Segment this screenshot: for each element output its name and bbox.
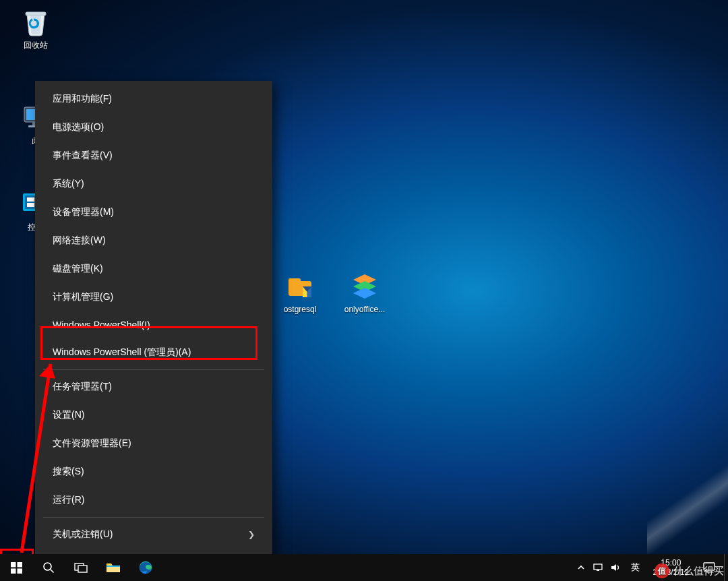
menu-network-connections[interactable]: 网络连接(W) — [35, 226, 272, 255]
svg-line-19 — [51, 570, 54, 573]
tray-chevron-up-icon[interactable] — [576, 562, 586, 573]
taskbar: 英 15:00 2023/2/12 — [0, 554, 728, 581]
svg-rect-0 — [26, 12, 46, 16]
menu-system[interactable]: 系统(Y) — [35, 170, 272, 198]
menu-power-options[interactable]: 电源选项(O) — [35, 113, 272, 142]
menu-separator — [43, 517, 264, 518]
menu-separator — [43, 369, 264, 370]
volume-icon[interactable] — [611, 562, 621, 573]
menu-powershell[interactable]: Windows PowerShell(I) — [35, 311, 272, 338]
search-icon — [42, 561, 55, 574]
folder-icon — [106, 561, 121, 574]
onlyoffice-icon[interactable]: onlyoffice... — [334, 270, 395, 315]
menu-task-manager[interactable]: 任务管理器(T) — [35, 373, 272, 401]
postgresql-icon[interactable]: ostgresql — [272, 270, 328, 315]
svg-rect-17 — [17, 568, 22, 574]
windows-logo-icon — [11, 562, 22, 574]
svg-rect-16 — [11, 568, 16, 574]
chevron-right-icon: ❯ — [248, 530, 255, 539]
recycle-bin-icon[interactable]: 回收站 — [9, 5, 62, 51]
svg-rect-7 — [27, 197, 34, 202]
menu-file-explorer[interactable]: 文件资源管理器(E) — [35, 429, 272, 458]
menu-disk-management[interactable]: 磁盘管理(K) — [35, 255, 272, 283]
svg-rect-21 — [78, 565, 87, 572]
start-button[interactable] — [0, 554, 32, 581]
watermark-text: 什么值得买 — [673, 565, 724, 578]
svg-rect-8 — [27, 203, 34, 207]
menu-shutdown[interactable]: 关机或注销(U) ❯ — [35, 520, 272, 549]
onlyoffice-label: onlyoffice... — [334, 305, 395, 315]
svg-point-18 — [44, 563, 51, 570]
menu-search[interactable]: 搜索(S) — [35, 458, 272, 486]
svg-rect-11 — [289, 278, 301, 284]
task-view-button[interactable] — [65, 554, 97, 581]
search-button[interactable] — [32, 554, 65, 581]
file-explorer-button[interactable] — [97, 554, 129, 581]
watermark-badge: 值 — [655, 563, 669, 578]
ime-indicator[interactable]: 英 — [628, 561, 642, 574]
svg-rect-15 — [17, 562, 22, 568]
system-tray[interactable]: 英 — [570, 554, 648, 581]
svg-rect-25 — [594, 564, 602, 570]
watermark: 值 什么值得买 — [655, 563, 724, 578]
menu-device-manager[interactable]: 设备管理器(M) — [35, 198, 272, 226]
menu-settings[interactable]: 设置(N) — [35, 401, 272, 429]
svg-rect-23 — [107, 565, 120, 567]
svg-rect-26 — [597, 570, 599, 571]
winx-menu: 应用和功能(F) 电源选项(O) 事件查看器(V) 系统(Y) 设备管理器(M)… — [35, 81, 272, 581]
task-view-icon — [74, 562, 88, 573]
svg-rect-14 — [11, 562, 16, 568]
show-desktop-button[interactable] — [724, 554, 728, 581]
svg-rect-22 — [107, 566, 120, 572]
edge-icon — [138, 560, 153, 575]
edge-button[interactable] — [129, 554, 162, 581]
menu-run[interactable]: 运行(R) — [35, 486, 272, 514]
postgresql-label: ostgresql — [272, 305, 328, 315]
menu-event-viewer[interactable]: 事件查看器(V) — [35, 142, 272, 170]
network-icon[interactable] — [593, 562, 604, 573]
recycle-bin-label: 回收站 — [9, 40, 62, 51]
menu-apps-features[interactable]: 应用和功能(F) — [35, 85, 272, 113]
menu-computer-management[interactable]: 计算机管理(G) — [35, 283, 272, 311]
menu-powershell-admin[interactable]: Windows PowerShell (管理员)(A) — [35, 338, 272, 367]
